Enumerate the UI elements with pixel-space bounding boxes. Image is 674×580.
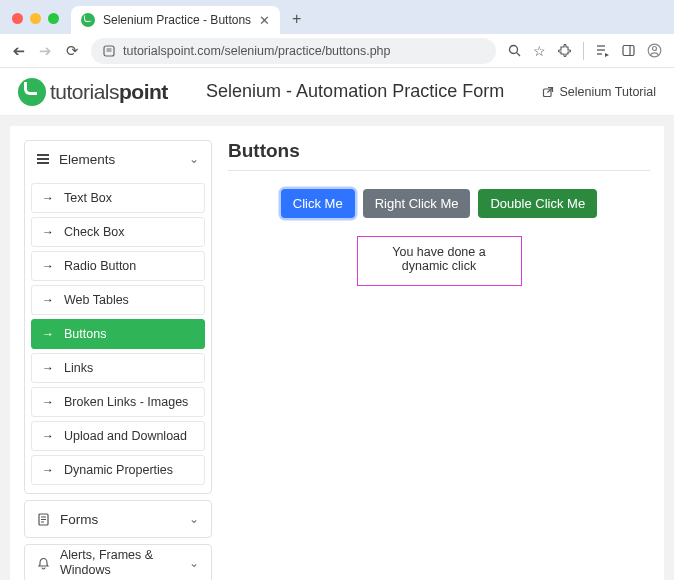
right-click-me-button[interactable]: Right Click Me <box>363 189 471 218</box>
svg-point-11 <box>653 47 657 51</box>
extensions-icon[interactable] <box>558 44 571 57</box>
sidebar-section-label: Elements <box>59 152 115 167</box>
arrow-right-icon: → <box>42 191 54 205</box>
sidebar-header-alerts[interactable]: Alerts, Frames & Windows ⌄ <box>25 545 211 580</box>
arrow-right-icon: → <box>42 293 54 307</box>
sidebar-section-label: Forms <box>60 512 98 527</box>
window-controls <box>12 13 59 24</box>
chevron-down-icon: ⌄ <box>189 556 199 570</box>
toolbar-right: ☆ <box>508 42 662 60</box>
sidebar-item-check-box[interactable]: →Check Box <box>31 217 205 247</box>
browser-tab[interactable]: Selenium Practice - Buttons ✕ <box>71 6 280 34</box>
logo[interactable]: tutorialspoint <box>18 78 168 106</box>
sidebar-item-web-tables[interactable]: →Web Tables <box>31 285 205 315</box>
site-header: tutorialspoint Selenium - Automation Pra… <box>0 68 674 116</box>
arrow-right-icon: → <box>42 429 54 443</box>
divider <box>228 170 650 171</box>
sidebar-header-elements[interactable]: Elements ⌄ <box>25 141 211 177</box>
sidebar: Elements ⌄ →Text Box →Check Box →Radio B… <box>24 140 212 580</box>
arrow-right-icon: → <box>42 327 54 341</box>
svg-rect-8 <box>623 46 634 56</box>
back-icon[interactable]: ➔ <box>12 42 25 60</box>
tab-title: Selenium Practice - Buttons <box>103 13 251 27</box>
browser-toolbar: ➔ ➔ ⟳ tutorialspoint.com/selenium/practi… <box>0 34 674 68</box>
sidebar-item-buttons[interactable]: →Buttons <box>31 319 205 349</box>
forms-icon <box>37 513 50 526</box>
sidebar-item-upload-download[interactable]: →Upload and Download <box>31 421 205 451</box>
arrow-right-icon: → <box>42 361 54 375</box>
browser-tab-strip: Selenium Practice - Buttons ✕ + <box>0 0 674 34</box>
content-heading: Buttons <box>228 140 650 162</box>
page-title: Selenium - Automation Practice Form <box>168 81 543 102</box>
double-click-me-button[interactable]: Double Click Me <box>478 189 597 218</box>
menu-icon <box>37 154 49 164</box>
playlist-icon[interactable] <box>596 44 610 57</box>
window-minimize-icon[interactable] <box>30 13 41 24</box>
arrow-right-icon: → <box>42 259 54 273</box>
chevron-down-icon: ⌄ <box>189 512 199 526</box>
zoom-icon[interactable] <box>508 44 521 57</box>
sidebar-section-elements: Elements ⌄ →Text Box →Check Box →Radio B… <box>24 140 212 494</box>
arrow-right-icon: → <box>42 225 54 239</box>
favicon-icon <box>81 13 95 27</box>
sidebar-header-forms[interactable]: Forms ⌄ <box>25 501 211 537</box>
tab-close-icon[interactable]: ✕ <box>259 13 270 28</box>
sidebar-item-radio-button[interactable]: →Radio Button <box>31 251 205 281</box>
click-result-message: You have done a dynamic click <box>357 236 522 286</box>
content-card: Elements ⌄ →Text Box →Check Box →Radio B… <box>10 126 664 580</box>
bookmark-icon[interactable]: ☆ <box>533 43 546 59</box>
reload-icon[interactable]: ⟳ <box>66 42 79 60</box>
sidebar-item-broken-links[interactable]: →Broken Links - Images <box>31 387 205 417</box>
page-body: Elements ⌄ →Text Box →Check Box →Radio B… <box>0 116 674 580</box>
external-link-icon <box>542 86 554 98</box>
svg-line-4 <box>517 53 521 57</box>
arrow-right-icon: → <box>42 395 54 409</box>
profile-icon[interactable] <box>647 43 662 58</box>
sidebar-item-links[interactable]: →Links <box>31 353 205 383</box>
bell-icon <box>37 557 50 570</box>
click-me-button[interactable]: Click Me <box>281 189 355 218</box>
sidebar-item-text-box[interactable]: →Text Box <box>31 183 205 213</box>
sidebar-items-list: →Text Box →Check Box →Radio Button →Web … <box>25 177 211 493</box>
sidebar-section-label: Alerts, Frames & Windows <box>60 548 179 578</box>
logo-text: tutorialspoint <box>50 80 168 104</box>
site-info-icon[interactable] <box>103 45 115 57</box>
sidebar-section-forms: Forms ⌄ <box>24 500 212 538</box>
svg-point-3 <box>510 46 518 54</box>
sidebar-section-alerts: Alerts, Frames & Windows ⌄ <box>24 544 212 580</box>
selenium-tutorial-link[interactable]: Selenium Tutorial <box>542 85 656 99</box>
sidebar-item-dynamic-properties[interactable]: →Dynamic Properties <box>31 455 205 485</box>
sidepanel-icon[interactable] <box>622 44 635 57</box>
main-content: Buttons Click Me Right Click Me Double C… <box>228 140 650 580</box>
url-text: tutorialspoint.com/selenium/practice/but… <box>123 44 391 58</box>
window-close-icon[interactable] <box>12 13 23 24</box>
chevron-down-icon: ⌄ <box>189 152 199 166</box>
arrow-right-icon: → <box>42 463 54 477</box>
new-tab-button[interactable]: + <box>292 10 301 28</box>
forward-icon[interactable]: ➔ <box>39 42 52 60</box>
button-row: Click Me Right Click Me Double Click Me <box>228 189 650 218</box>
navigation-controls: ➔ ➔ ⟳ <box>12 42 79 60</box>
url-bar[interactable]: tutorialspoint.com/selenium/practice/but… <box>91 38 496 64</box>
separator <box>583 42 584 60</box>
logo-icon <box>18 78 46 106</box>
window-maximize-icon[interactable] <box>48 13 59 24</box>
